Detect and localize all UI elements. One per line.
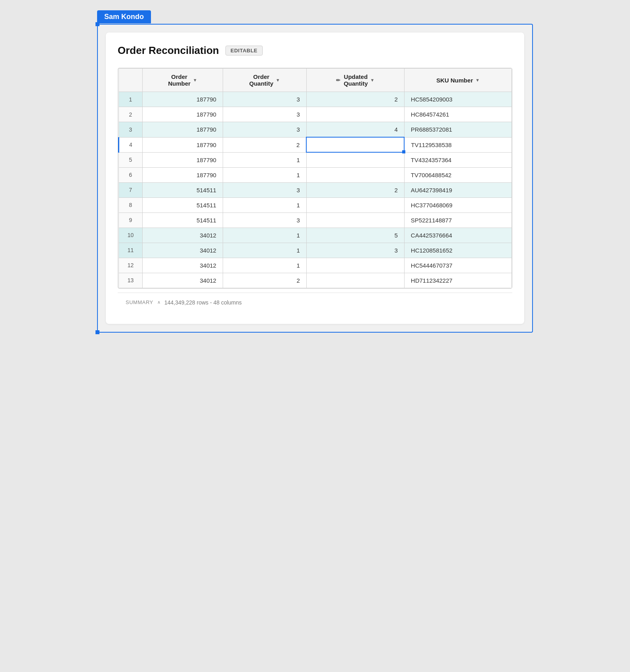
page-title: Order Reconciliation xyxy=(118,44,219,57)
cell-order-quantity: 2 xyxy=(223,273,306,288)
cell-sku-number: HC3770468069 xyxy=(404,197,512,213)
cell-row-num: 13 xyxy=(119,273,143,288)
cell-updated-quantity[interactable] xyxy=(306,258,404,273)
cell-updated-quantity[interactable] xyxy=(306,273,404,288)
cell-updated-quantity[interactable]: 5 xyxy=(306,228,404,243)
cell-row-num: 1 xyxy=(119,92,143,107)
cell-order-number: 187790 xyxy=(143,167,223,182)
cell-row-num: 2 xyxy=(119,107,143,122)
cell-sku-number: TV7006488542 xyxy=(404,167,512,182)
summary-bar: SUMMARY ∧ 144,349,228 rows - 48 columns xyxy=(118,293,512,312)
cell-sku-number: HC1208581652 xyxy=(404,243,512,258)
cell-resize-handle[interactable] xyxy=(402,150,405,153)
cell-order-number: 187790 xyxy=(143,137,223,152)
cell-updated-quantity[interactable]: 2 xyxy=(306,92,404,107)
cell-sku-number: HC864574261 xyxy=(404,107,512,122)
cell-order-number: 187790 xyxy=(143,107,223,122)
cell-updated-quantity[interactable] xyxy=(306,137,404,152)
cell-order-number: 514511 xyxy=(143,197,223,213)
cell-order-quantity: 1 xyxy=(223,152,306,167)
table-header-row: OrderNumber ▼ OrderQuantity ▼ xyxy=(119,69,512,92)
table-row[interactable]: 13340122HD7112342227 xyxy=(119,273,512,288)
outer-frame: Sam Kondo Order Reconciliation EDITABLE … xyxy=(97,24,533,333)
cell-updated-quantity[interactable] xyxy=(306,152,404,167)
table-row[interactable]: 41877902TV1129538538 xyxy=(119,137,512,152)
cell-row-num: 3 xyxy=(119,122,143,138)
cell-row-num: 6 xyxy=(119,167,143,182)
cell-row-num: 9 xyxy=(119,213,143,228)
cell-order-quantity: 3 xyxy=(223,122,306,138)
summary-info: 144,349,228 rows - 48 columns xyxy=(164,299,242,306)
cell-order-number: 514511 xyxy=(143,213,223,228)
cell-order-number: 34012 xyxy=(143,273,223,288)
table-row[interactable]: 95145113SP5221148877 xyxy=(119,213,512,228)
inner-card: Order Reconciliation EDITABLE OrderNumbe… xyxy=(106,33,524,324)
cell-sku-number: TV1129538538 xyxy=(404,137,512,152)
cell-order-number: 34012 xyxy=(143,228,223,243)
table-row[interactable]: 85145111HC3770468069 xyxy=(119,197,512,213)
table-row[interactable]: 21877903HC864574261 xyxy=(119,107,512,122)
cell-order-number: 34012 xyxy=(143,258,223,273)
sort-updated-quantity-icon[interactable]: ▼ xyxy=(370,78,374,82)
table-row[interactable]: 118779032HC5854209003 xyxy=(119,92,512,107)
cell-updated-quantity[interactable] xyxy=(306,213,404,228)
cell-row-num: 11 xyxy=(119,243,143,258)
cell-sku-number: HC5854209003 xyxy=(404,92,512,107)
th-sku-number-label: SKU Number xyxy=(436,77,473,84)
cell-order-quantity: 1 xyxy=(223,258,306,273)
cell-updated-quantity[interactable] xyxy=(306,107,404,122)
table-row[interactable]: 12340121HC5444670737 xyxy=(119,258,512,273)
sort-sku-number-icon[interactable]: ▼ xyxy=(475,78,480,82)
cell-order-quantity: 1 xyxy=(223,197,306,213)
table-row[interactable]: 751451132AU6427398419 xyxy=(119,182,512,197)
sort-order-quantity-icon[interactable]: ▼ xyxy=(276,78,280,82)
table-row[interactable]: 61877901TV7006488542 xyxy=(119,167,512,182)
cell-order-quantity: 3 xyxy=(223,107,306,122)
cell-order-quantity: 1 xyxy=(223,243,306,258)
cell-order-number: 514511 xyxy=(143,182,223,197)
cell-row-num: 10 xyxy=(119,228,143,243)
cell-updated-quantity[interactable]: 4 xyxy=(306,122,404,138)
th-order-number[interactable]: OrderNumber ▼ xyxy=(143,69,223,92)
cell-order-quantity: 3 xyxy=(223,213,306,228)
cell-row-num: 12 xyxy=(119,258,143,273)
cell-updated-quantity[interactable]: 2 xyxy=(306,182,404,197)
cell-order-number: 34012 xyxy=(143,243,223,258)
cell-updated-quantity[interactable]: 3 xyxy=(306,243,404,258)
corner-bl xyxy=(95,330,99,334)
th-order-quantity[interactable]: OrderQuantity ▼ xyxy=(223,69,306,92)
cell-sku-number: TV4324357364 xyxy=(404,152,512,167)
cell-row-num: 5 xyxy=(119,152,143,167)
th-order-quantity-label: OrderQuantity xyxy=(249,73,273,87)
cell-updated-quantity[interactable] xyxy=(306,167,404,182)
cell-order-quantity: 1 xyxy=(223,228,306,243)
table-row[interactable]: 318779034PR6885372081 xyxy=(119,122,512,138)
cell-sku-number: HD7112342227 xyxy=(404,273,512,288)
cell-sku-number: AU6427398419 xyxy=(404,182,512,197)
table-row[interactable]: 103401215CA4425376664 xyxy=(119,228,512,243)
cell-updated-quantity[interactable] xyxy=(306,197,404,213)
th-updated-quantity[interactable]: ✏ UpdatedQuantity ▼ xyxy=(306,69,404,92)
cell-sku-number: CA4425376664 xyxy=(404,228,512,243)
sort-order-number-icon[interactable]: ▼ xyxy=(193,78,197,82)
page-header: Order Reconciliation EDITABLE xyxy=(118,44,512,57)
cell-sku-number: PR6885372081 xyxy=(404,122,512,138)
cell-order-number: 187790 xyxy=(143,152,223,167)
cell-row-num: 7 xyxy=(119,182,143,197)
cell-order-quantity: 2 xyxy=(223,137,306,152)
th-sku-number[interactable]: SKU Number ▼ xyxy=(404,69,512,92)
summary-label: SUMMARY xyxy=(126,299,153,305)
cell-order-quantity: 3 xyxy=(223,92,306,107)
cell-order-quantity: 3 xyxy=(223,182,306,197)
th-updated-quantity-label: UpdatedQuantity xyxy=(344,73,368,87)
th-row-num xyxy=(119,69,143,92)
editable-badge: EDITABLE xyxy=(225,46,263,56)
data-table: OrderNumber ▼ OrderQuantity ▼ xyxy=(118,68,512,288)
table-body: 118779032HC585420900321877903HC864574261… xyxy=(119,92,512,288)
pencil-icon: ✏ xyxy=(336,77,340,83)
table-row[interactable]: 113401213HC1208581652 xyxy=(119,243,512,258)
table-row[interactable]: 51877901TV4324357364 xyxy=(119,152,512,167)
cell-sku-number: HC5444670737 xyxy=(404,258,512,273)
corner-tl xyxy=(95,22,99,26)
summary-chevron-icon[interactable]: ∧ xyxy=(157,300,160,305)
